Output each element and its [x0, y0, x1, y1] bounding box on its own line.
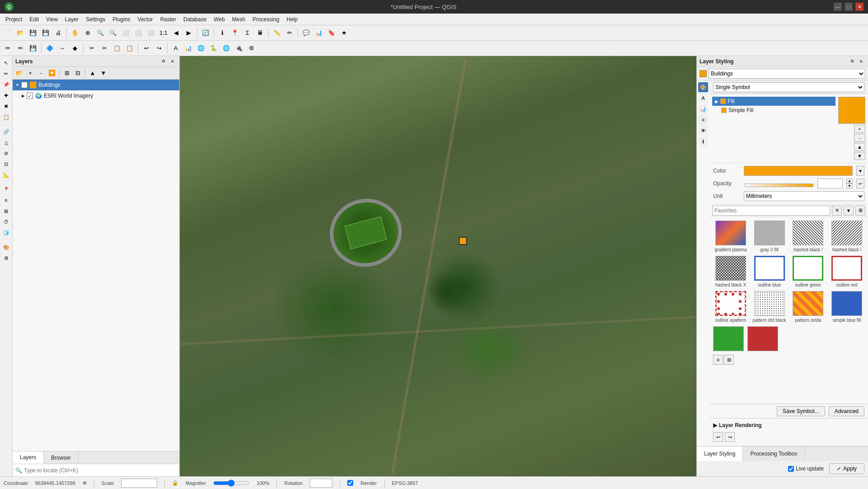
collapse-all-btn[interactable]: ⊟ — [73, 68, 83, 78]
rp-icon-metadata[interactable]: ℹ — [698, 136, 708, 146]
scale-input[interactable]: 1:4473 — [121, 479, 157, 488]
expand-all-btn[interactable]: ⊞ — [62, 68, 72, 78]
swatch-red[interactable] — [747, 326, 778, 351]
apply-btn[interactable]: ✓ Apply — [829, 463, 864, 474]
refresh-btn[interactable]: 🔄 — [200, 27, 211, 39]
filter-layer-btn[interactable]: 🔽 — [47, 68, 57, 78]
tab-processing-toolbox[interactable]: Processing Toolbox — [743, 447, 805, 461]
processing-tool[interactable]: ⚙ — [1, 253, 11, 263]
print-layout-btn[interactable]: 🖨 — [52, 27, 64, 39]
opacity-slider[interactable] — [744, 183, 814, 187]
tab-layer-styling[interactable]: Layer Styling — [697, 447, 743, 461]
move-symbol-down-btn[interactable]: ▼ — [854, 152, 865, 160]
open-project-btn[interactable]: 📂 — [14, 27, 26, 39]
pin-tool[interactable]: 📍 — [1, 184, 11, 194]
delete-tool[interactable]: ✖ — [1, 101, 11, 111]
favorites-options-btn[interactable]: ▼ — [844, 206, 854, 216]
swatch-outline-red[interactable]: outline red — [829, 256, 864, 287]
zoom-next-btn[interactable]: ▶ — [183, 27, 195, 39]
measure2-tool[interactable]: 📐 — [1, 170, 11, 180]
geom-tool[interactable]: △ — [1, 137, 11, 147]
rp-icon-rendering[interactable]: 👁 — [698, 126, 708, 136]
maximize-button[interactable]: □ — [845, 3, 853, 11]
menu-processing[interactable]: Processing — [249, 15, 283, 24]
3d-tool[interactable]: 🧊 — [1, 228, 11, 238]
symbol-tree-simple-fill[interactable]: Simple Fill — [712, 106, 835, 115]
menu-plugins[interactable]: Plugins — [109, 15, 134, 24]
menu-edit[interactable]: Edit — [26, 15, 42, 24]
save-project-btn[interactable]: 💾 — [27, 27, 39, 39]
rp-icon-fields[interactable]: ≡ — [698, 115, 708, 125]
identify-btn[interactable]: ℹ — [216, 27, 228, 39]
zoom-out-btn[interactable]: 🔍 — [107, 27, 119, 39]
add-feature-btn[interactable]: 🔷 — [44, 42, 56, 54]
paste-features-btn[interactable]: 📋 — [124, 42, 135, 54]
layer-rendering-header[interactable]: ▶ Layer Rendering — [713, 420, 864, 430]
current-edits-btn[interactable]: ✏ — [2, 42, 14, 54]
layers-close-btn[interactable]: ✕ — [168, 57, 177, 66]
show-tips-btn[interactable]: ★ — [338, 27, 350, 39]
add-symbol-layer-btn[interactable]: + — [854, 125, 865, 133]
annotation-btn[interactable]: ✏ — [284, 27, 295, 39]
map-area[interactable] — [180, 56, 696, 476]
settings-btn[interactable]: ⚙ — [246, 42, 257, 54]
zoom-full-btn[interactable]: ⬜ — [120, 27, 131, 39]
swatch-hashed-black-backslash[interactable]: hashed black \ — [829, 221, 864, 252]
swatch-pattern-zelda[interactable]: pattern zelda — [791, 291, 826, 323]
plugins-btn[interactable]: 🔌 — [233, 42, 245, 54]
menu-web[interactable]: Web — [210, 15, 228, 24]
pan-to-selection-btn[interactable]: ⊕ — [82, 27, 93, 39]
color-drop-btn[interactable]: ▼ — [856, 166, 864, 176]
opacity-down-btn[interactable]: ▼ — [846, 183, 853, 188]
esri-checkbox[interactable]: ✓ — [27, 93, 33, 99]
menu-view[interactable]: View — [42, 15, 61, 24]
cut-features-btn[interactable]: ✂ — [98, 42, 110, 54]
buildings-checkbox[interactable]: ✓ — [21, 82, 28, 88]
swatch-green[interactable] — [713, 326, 744, 351]
overview-tool[interactable]: ⊞ — [1, 206, 11, 216]
copy-tool[interactable]: 📋 — [1, 112, 11, 122]
add-layer-btn[interactable]: + — [25, 68, 35, 78]
layer-select-dropdown[interactable]: Buildings — [709, 69, 865, 79]
tab-layers[interactable]: Layers — [13, 451, 44, 464]
unit-select[interactable]: Millimeters — [744, 191, 864, 201]
menu-help[interactable]: Help — [283, 15, 302, 24]
swatch-hashed-black-x[interactable]: hashed black X — [713, 256, 748, 287]
pan-map-btn[interactable]: ✋ — [69, 27, 81, 39]
favorites-search[interactable] — [712, 206, 830, 216]
lr-redo-btn[interactable]: ↪ — [725, 432, 735, 442]
rotation-input[interactable]: 0.0 ° — [310, 479, 332, 488]
zoom-layer-btn[interactable]: ⬜ — [145, 27, 157, 39]
move-down-btn[interactable]: ▼ — [98, 68, 108, 78]
select-location-btn[interactable]: 📍 — [229, 27, 241, 39]
snap-tool[interactable]: 🔗 — [1, 127, 11, 136]
layer-item-esri[interactable]: ▶ ✓ 🌍 ESRI World Imagery — [13, 90, 179, 101]
zoom-in-btn[interactable]: 🔍 — [94, 27, 106, 39]
menu-settings[interactable]: Settings — [82, 15, 109, 24]
menu-vector[interactable]: Vector — [134, 15, 157, 24]
render-checkbox[interactable] — [347, 480, 353, 486]
cross-tool[interactable]: ✚ — [1, 90, 11, 100]
toggle-edit-btn[interactable]: ✏ — [14, 42, 26, 54]
symbol-tree-fill[interactable]: ▶ Fill — [712, 97, 835, 106]
move-symbol-up-btn[interactable]: ▲ — [854, 143, 865, 151]
favorites-grid-btn[interactable]: ⊞ — [855, 206, 865, 216]
opacity-input[interactable]: 100.0 % — [817, 179, 843, 188]
split-tool[interactable]: ⊘ — [1, 148, 11, 158]
map-canvas[interactable] — [180, 56, 696, 476]
edit-tool[interactable]: ✏ — [1, 69, 11, 79]
redo-btn[interactable]: ↪ — [153, 42, 165, 54]
swatch-grid-view-btn[interactable]: ⊞ — [724, 355, 734, 365]
menu-raster[interactable]: Raster — [157, 15, 180, 24]
tab-browser[interactable]: Browser — [44, 451, 79, 464]
capture-tool[interactable]: 📌 — [1, 80, 11, 89]
style-manager-tool[interactable]: 🎨 — [1, 242, 11, 252]
magnifier-slider[interactable] — [213, 480, 249, 487]
color-picker-btn[interactable] — [744, 166, 853, 176]
rp-icon-diagram[interactable]: 📊 — [698, 104, 708, 114]
save-symbol-btn[interactable]: Save Symbol... — [777, 406, 825, 416]
advanced-btn[interactable]: Advanced — [829, 406, 864, 416]
field-calculator-btn[interactable]: 🖩 — [254, 27, 266, 39]
save-edits-btn[interactable]: 💾 — [27, 42, 39, 54]
timeline-tool[interactable]: ⏱ — [1, 217, 11, 227]
